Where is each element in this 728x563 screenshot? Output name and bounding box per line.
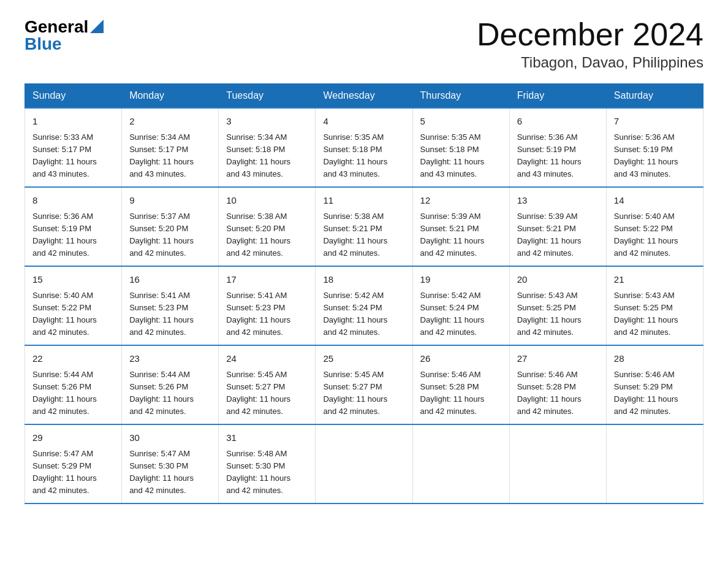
calendar-cell: 31Sunrise: 5:48 AMSunset: 5:30 PMDayligh…	[219, 424, 316, 504]
day-info: Sunrise: 5:45 AMSunset: 5:27 PMDaylight:…	[323, 369, 404, 418]
day-number: 22	[32, 352, 114, 366]
calendar-cell: 10Sunrise: 5:38 AMSunset: 5:20 PMDayligh…	[219, 187, 316, 266]
calendar-cell: 25Sunrise: 5:45 AMSunset: 5:27 PMDayligh…	[316, 345, 412, 424]
day-number: 8	[32, 194, 114, 208]
day-info: Sunrise: 5:39 AMSunset: 5:21 PMDaylight:…	[420, 210, 502, 260]
day-info: Sunrise: 5:44 AMSunset: 5:26 PMDaylight:…	[32, 369, 114, 418]
page-header: General Blue December 2024 Tibagon, Dava…	[25, 18, 703, 71]
day-number: 1	[32, 115, 114, 129]
day-info: Sunrise: 5:47 AMSunset: 5:29 PMDaylight:…	[32, 448, 114, 497]
day-number: 16	[129, 273, 211, 287]
calendar-cell: 2Sunrise: 5:34 AMSunset: 5:17 PMDaylight…	[122, 108, 219, 187]
calendar-cell: 13Sunrise: 5:39 AMSunset: 5:21 PMDayligh…	[509, 187, 606, 266]
calendar-cell: 29Sunrise: 5:47 AMSunset: 5:29 PMDayligh…	[25, 424, 122, 504]
calendar-cell: 30Sunrise: 5:47 AMSunset: 5:30 PMDayligh…	[122, 424, 219, 504]
calendar-body: 1Sunrise: 5:33 AMSunset: 5:17 PMDaylight…	[25, 108, 703, 504]
day-info: Sunrise: 5:35 AMSunset: 5:18 PMDaylight:…	[420, 131, 502, 181]
day-number: 2	[129, 115, 211, 129]
day-info: Sunrise: 5:40 AMSunset: 5:22 PMDaylight:…	[32, 289, 114, 339]
calendar-cell: 24Sunrise: 5:45 AMSunset: 5:27 PMDayligh…	[219, 345, 316, 424]
calendar-week-row: 29Sunrise: 5:47 AMSunset: 5:29 PMDayligh…	[25, 424, 703, 504]
day-info: Sunrise: 5:44 AMSunset: 5:26 PMDaylight:…	[129, 369, 211, 418]
day-info: Sunrise: 5:47 AMSunset: 5:30 PMDaylight:…	[129, 448, 211, 497]
day-info: Sunrise: 5:38 AMSunset: 5:21 PMDaylight:…	[323, 210, 404, 260]
day-info: Sunrise: 5:35 AMSunset: 5:18 PMDaylight:…	[323, 131, 404, 181]
day-number: 18	[323, 273, 404, 287]
day-info: Sunrise: 5:46 AMSunset: 5:28 PMDaylight:…	[420, 369, 502, 418]
calendar-cell: 6Sunrise: 5:36 AMSunset: 5:19 PMDaylight…	[509, 108, 606, 187]
weekday-header-thursday: Thursday	[412, 84, 509, 109]
logo-text-general: General	[25, 18, 88, 36]
day-number: 23	[129, 352, 211, 366]
day-number: 26	[420, 352, 502, 366]
day-info: Sunrise: 5:36 AMSunset: 5:19 PMDaylight:…	[614, 131, 696, 181]
day-number: 28	[614, 352, 696, 366]
day-number: 6	[517, 115, 599, 129]
day-info: Sunrise: 5:46 AMSunset: 5:29 PMDaylight:…	[614, 369, 696, 418]
day-info: Sunrise: 5:41 AMSunset: 5:23 PMDaylight:…	[226, 289, 308, 339]
weekday-header-saturday: Saturday	[606, 84, 703, 109]
day-number: 25	[323, 352, 404, 366]
weekday-header-friday: Friday	[509, 84, 606, 109]
calendar-cell: 3Sunrise: 5:34 AMSunset: 5:18 PMDaylight…	[219, 108, 316, 187]
calendar-table: SundayMondayTuesdayWednesdayThursdayFrid…	[25, 83, 703, 504]
day-info: Sunrise: 5:37 AMSunset: 5:20 PMDaylight:…	[129, 210, 211, 260]
day-number: 21	[614, 273, 696, 287]
calendar-cell: 28Sunrise: 5:46 AMSunset: 5:29 PMDayligh…	[606, 345, 703, 424]
day-info: Sunrise: 5:40 AMSunset: 5:22 PMDaylight:…	[614, 210, 696, 260]
weekday-header-sunday: Sunday	[25, 84, 122, 109]
calendar-cell: 19Sunrise: 5:42 AMSunset: 5:24 PMDayligh…	[412, 266, 509, 345]
day-number: 14	[614, 194, 696, 208]
calendar-cell: 23Sunrise: 5:44 AMSunset: 5:26 PMDayligh…	[122, 345, 219, 424]
calendar-cell: 18Sunrise: 5:42 AMSunset: 5:24 PMDayligh…	[316, 266, 412, 345]
day-number: 12	[420, 194, 502, 208]
day-info: Sunrise: 5:43 AMSunset: 5:25 PMDaylight:…	[517, 289, 599, 339]
day-info: Sunrise: 5:38 AMSunset: 5:20 PMDaylight:…	[226, 210, 308, 260]
calendar-header: SundayMondayTuesdayWednesdayThursdayFrid…	[25, 84, 703, 109]
day-number: 5	[420, 115, 502, 129]
logo: General Blue	[25, 18, 104, 53]
calendar-cell: 5Sunrise: 5:35 AMSunset: 5:18 PMDaylight…	[412, 108, 509, 187]
calendar-cell: 17Sunrise: 5:41 AMSunset: 5:23 PMDayligh…	[219, 266, 316, 345]
calendar-cell: 7Sunrise: 5:36 AMSunset: 5:19 PMDaylight…	[606, 108, 703, 187]
day-number: 24	[226, 352, 308, 366]
calendar-cell: 26Sunrise: 5:46 AMSunset: 5:28 PMDayligh…	[412, 345, 509, 424]
day-number: 10	[226, 194, 308, 208]
day-number: 30	[129, 431, 211, 445]
page-subtitle: Tibagon, Davao, Philippines	[477, 54, 703, 71]
weekday-header-tuesday: Tuesday	[219, 84, 316, 109]
svg-marker-0	[90, 20, 104, 33]
weekday-header-monday: Monday	[122, 84, 219, 109]
calendar-cell: 27Sunrise: 5:46 AMSunset: 5:28 PMDayligh…	[509, 345, 606, 424]
calendar-cell: 4Sunrise: 5:35 AMSunset: 5:18 PMDaylight…	[316, 108, 412, 187]
calendar-cell: 16Sunrise: 5:41 AMSunset: 5:23 PMDayligh…	[122, 266, 219, 345]
day-info: Sunrise: 5:45 AMSunset: 5:27 PMDaylight:…	[226, 369, 308, 418]
calendar-cell: 8Sunrise: 5:36 AMSunset: 5:19 PMDaylight…	[25, 187, 122, 266]
weekday-header-row: SundayMondayTuesdayWednesdayThursdayFrid…	[25, 84, 703, 109]
page-title: December 2024	[477, 18, 703, 50]
day-info: Sunrise: 5:42 AMSunset: 5:24 PMDaylight:…	[420, 289, 502, 339]
day-info: Sunrise: 5:48 AMSunset: 5:30 PMDaylight:…	[226, 448, 308, 497]
day-info: Sunrise: 5:43 AMSunset: 5:25 PMDaylight:…	[614, 289, 696, 339]
calendar-week-row: 8Sunrise: 5:36 AMSunset: 5:19 PMDaylight…	[25, 187, 703, 266]
day-number: 27	[517, 352, 599, 366]
calendar-cell: 22Sunrise: 5:44 AMSunset: 5:26 PMDayligh…	[25, 345, 122, 424]
day-info: Sunrise: 5:36 AMSunset: 5:19 PMDaylight:…	[517, 131, 599, 181]
calendar-cell: 11Sunrise: 5:38 AMSunset: 5:21 PMDayligh…	[316, 187, 412, 266]
calendar-cell: 21Sunrise: 5:43 AMSunset: 5:25 PMDayligh…	[606, 266, 703, 345]
day-number: 31	[226, 431, 308, 445]
calendar-cell	[606, 424, 703, 504]
calendar-cell	[316, 424, 412, 504]
day-info: Sunrise: 5:46 AMSunset: 5:28 PMDaylight:…	[517, 369, 599, 418]
calendar-week-row: 1Sunrise: 5:33 AMSunset: 5:17 PMDaylight…	[25, 108, 703, 187]
day-number: 11	[323, 194, 404, 208]
calendar-cell: 15Sunrise: 5:40 AMSunset: 5:22 PMDayligh…	[25, 266, 122, 345]
day-info: Sunrise: 5:39 AMSunset: 5:21 PMDaylight:…	[517, 210, 599, 260]
logo-text-blue: Blue	[25, 34, 62, 53]
calendar-week-row: 15Sunrise: 5:40 AMSunset: 5:22 PMDayligh…	[25, 266, 703, 345]
weekday-header-wednesday: Wednesday	[316, 84, 412, 109]
logo-arrow-icon	[90, 20, 104, 33]
calendar-cell: 12Sunrise: 5:39 AMSunset: 5:21 PMDayligh…	[412, 187, 509, 266]
day-number: 9	[129, 194, 211, 208]
day-number: 7	[614, 115, 696, 129]
